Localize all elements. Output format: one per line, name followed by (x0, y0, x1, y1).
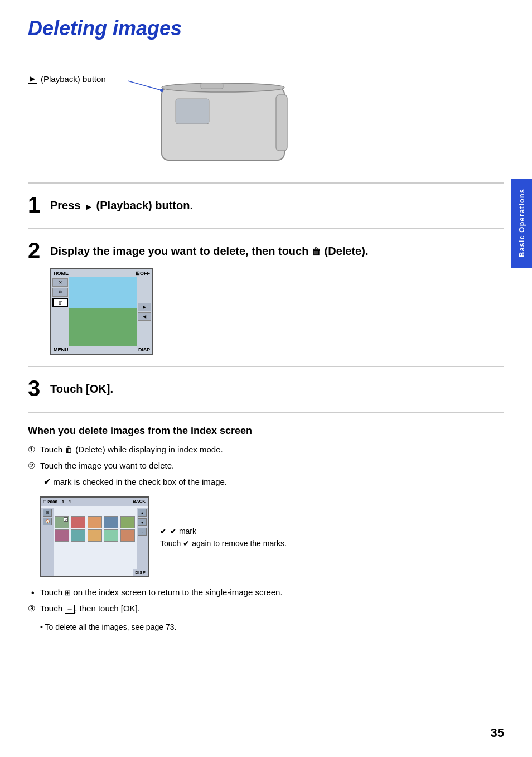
index-disp-label: DISP (135, 570, 146, 575)
step-1-press: Press (50, 199, 84, 211)
connector-svg (128, 57, 296, 168)
single-image-icon: ⊞ (65, 589, 71, 597)
step-1-text: Press ▶ (Playback) button. (50, 194, 193, 213)
thumb-2 (71, 516, 85, 528)
index-notes-list: Touch ⊞ on the index screen to return to… (28, 586, 504, 615)
idx-btn-mode[interactable]: ⊞ (43, 509, 52, 517)
page-title: Deleting images (28, 17, 504, 40)
arrow-icon: → (65, 605, 75, 614)
index-note-1: Touch ⊞ on the index screen to return to… (28, 586, 504, 599)
page-number: 35 (491, 726, 504, 740)
playback-label: ▶ (Playback) button (28, 74, 106, 84)
screen-off-label: ⊞OFF (136, 271, 150, 276)
step-1-label: (Playback) button. (93, 199, 193, 211)
screen-left-btns: ✕ ⧉ 🗑 (51, 277, 69, 346)
thumb-7 (71, 529, 85, 542)
thumb-5 (120, 516, 135, 528)
screen-btn-copy[interactable]: ⧉ (52, 288, 68, 297)
sidebar-label: Basic Operations (518, 189, 526, 258)
screen-btn-delete[interactable]: 🗑 (52, 298, 68, 307)
screen-bottom-bar: MENU DISP (51, 346, 152, 354)
sidebar-tab: Basic Operations (511, 179, 532, 268)
index-step-2: Touch the image you want to delete. (28, 460, 504, 472)
index-grid-body: ✔ (55, 516, 136, 542)
delete-all-note-text: • To delete all the images, see page 73. (40, 623, 176, 631)
idx-btn-home[interactable]: 🏠 (43, 518, 52, 525)
screen-btn-prev[interactable]: ◀ (138, 312, 151, 321)
thumb-10 (120, 529, 135, 542)
mark-sublabel: Touch ✔ again to remove the marks. (160, 539, 287, 548)
step-1-header: 1 Press ▶ (Playback) button. (28, 194, 504, 216)
index-left-col: ⊞ 🏠 (41, 508, 54, 576)
check-icon: ✔ (43, 477, 51, 486)
screen-disp-label: DISP (138, 347, 150, 353)
step-3-section: 3 Touch [OK]. (28, 366, 504, 412)
index-date-label: □ 2008－1－1 (43, 499, 71, 505)
camera-illustration (128, 57, 296, 168)
thumb-6 (55, 529, 69, 542)
idx-btn-up[interactable]: ▲ (138, 509, 147, 517)
mark-line-2: Touch ✔ again to remove the marks. (160, 539, 287, 548)
index-screen-area: □ 2008－1－1 BACK ⊞ 🏠 ▲ ▼ → (40, 496, 504, 577)
playback-label-text: (Playback) button (41, 74, 106, 84)
camera-area: ▶ (Playback) button (28, 57, 504, 168)
idx-btn-down[interactable]: ▼ (138, 518, 147, 526)
step-3-header: 3 Touch [OK]. (28, 377, 504, 399)
screen-right-btns: ▶ ◀ (137, 277, 152, 346)
svg-line-5 (128, 76, 162, 90)
thumb-3 (88, 516, 102, 528)
step-1-playback-icon: ▶ (84, 202, 93, 213)
screen-body: ✕ ⧉ 🗑 ▶ ◀ (51, 277, 152, 346)
thumb-8 (88, 529, 102, 542)
delete-all-note: • To delete all the images, see page 73. (40, 623, 504, 631)
thumb-9 (104, 529, 118, 542)
index-instruction-list: Touch 🗑 (Delete) while displaying in ind… (28, 443, 504, 489)
step-2-header: 2 Display the image you want to delete, … (28, 239, 504, 262)
step-1-number: 1 (28, 194, 45, 216)
step-2-text: Display the image you want to delete, th… (50, 239, 368, 258)
thumb-1: ✔ (55, 516, 69, 528)
svg-rect-3 (276, 95, 287, 151)
index-step-1: Touch 🗑 (Delete) while displaying in ind… (28, 443, 504, 456)
index-top-bar: □ 2008－1－1 BACK (41, 498, 148, 506)
screen-btn-play[interactable]: ▶ (138, 303, 151, 311)
index-right-col: ▲ ▼ → (137, 508, 148, 576)
index-screen-area-wrapper: □ 2008－1－1 BACK ⊞ 🏠 ▲ ▼ → (28, 496, 504, 577)
index-section-title: When you delete images from the index sc… (28, 425, 504, 437)
index-step-2-sub: ✔ mark is checked in the check box of th… (28, 475, 504, 489)
step-3-text: Touch [OK]. (50, 377, 113, 396)
step-3-number: 3 (28, 377, 45, 399)
mark-check-icon: ✔ (160, 527, 167, 536)
step-2-number: 2 (28, 239, 45, 262)
index-screen: □ 2008－1－1 BACK ⊞ 🏠 ▲ ▼ → (40, 496, 149, 577)
step-1-section: 1 Press ▶ (Playback) button. (28, 182, 504, 228)
mark-label: ✔ mark (170, 527, 196, 536)
screen-menu-label: MENU (54, 347, 69, 353)
index-bottom-bar: DISP (133, 569, 148, 576)
mark-label-area: ✔ ✔ mark Touch ✔ again to remove the mar… (160, 527, 287, 548)
playback-icon: ▶ (28, 74, 37, 84)
svg-rect-4 (201, 83, 223, 89)
screen-top-bar: HOME ⊞OFF (51, 269, 152, 277)
index-step-3: Touch →, then touch [OK]. (28, 602, 504, 615)
index-back-label: BACK (133, 499, 146, 505)
step-2-section: 2 Display the image you want to delete, … (28, 228, 504, 366)
screen-btn-x[interactable]: ✕ (52, 278, 68, 287)
screen-mockup: HOME ⊞OFF ✕ ⧉ 🗑 ▶ ◀ MENU DISP (50, 268, 153, 355)
page-container: Basic Operations Deleting images ▶ (Play… (0, 0, 532, 757)
screen-home-label: HOME (54, 271, 69, 276)
subsection-divider (28, 412, 504, 413)
screen-image-area (69, 277, 137, 346)
svg-point-6 (160, 89, 163, 92)
index-section: When you delete images from the index sc… (28, 425, 504, 631)
svg-rect-2 (176, 99, 209, 124)
idx-btn-arrow[interactable]: → (138, 528, 147, 536)
mark-line-1: ✔ ✔ mark (160, 527, 287, 536)
thumb-4 (104, 516, 118, 528)
